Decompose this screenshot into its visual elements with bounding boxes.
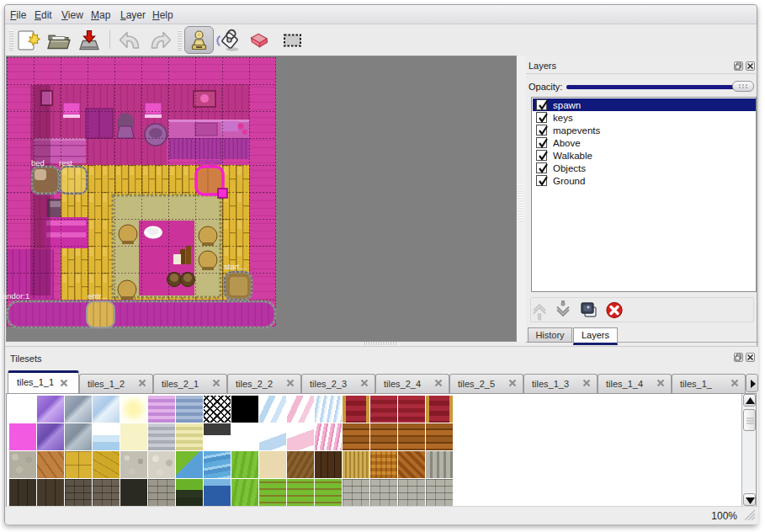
svg-text:bed: bed [31, 158, 45, 168]
svg-text:rest: rest [59, 158, 72, 168]
svg-text:entr...: entr... [88, 291, 108, 301]
svg-text:andor:1: andor:1 [3, 291, 29, 301]
svg-text:start...: start... [224, 262, 246, 271]
svg-text:mikhail: mikhail [198, 157, 223, 166]
